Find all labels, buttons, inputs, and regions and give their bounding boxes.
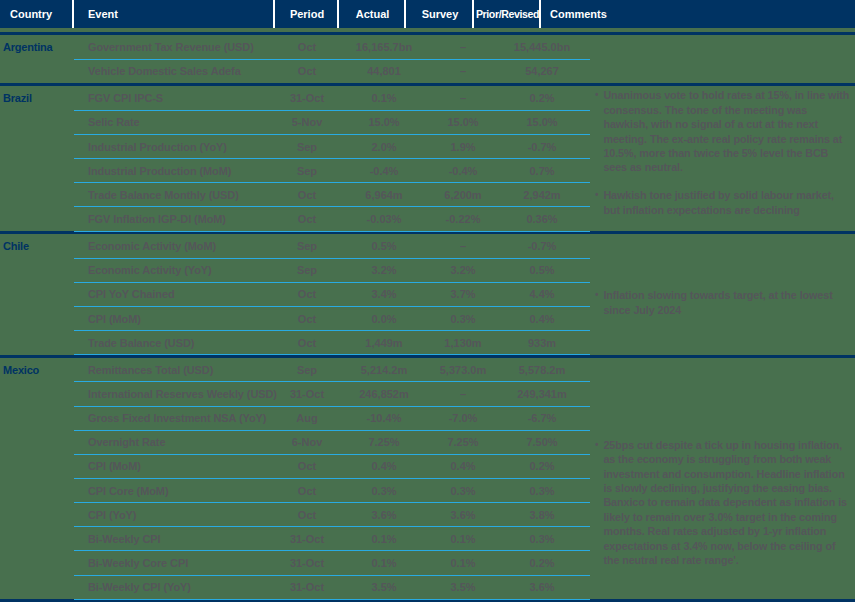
survey-value: – — [429, 41, 497, 53]
actual-value: -0.03% — [339, 213, 429, 225]
event-label: Bi-Weekly CPI — [74, 533, 275, 545]
actual-value: 0.3% — [339, 485, 429, 497]
prior-revised-value: 249,341m — [497, 388, 587, 400]
survey-value: 0.3% — [429, 485, 497, 497]
period-value: Oct — [275, 65, 339, 77]
country-label: Brazil — [0, 92, 74, 104]
prior-revised-value: 0.3% — [497, 533, 587, 545]
prior-revised-value: 5,578.2m — [497, 364, 587, 376]
event-label: Selic Rate — [74, 116, 275, 128]
actual-value: 0.1% — [339, 92, 429, 104]
event-label: Economic Activity (YoY) — [74, 264, 275, 276]
period-value: Oct — [275, 189, 339, 201]
survey-value: – — [429, 388, 497, 400]
comment-item: •Hawkish tone justified by solid labour … — [595, 188, 851, 217]
section-brazil: BrazilFGV CPI IPC-S31-Oct0.1%–0.2%Selic … — [0, 86, 855, 234]
actual-value: 1,449m — [339, 337, 429, 349]
bullet-icon: • — [595, 288, 598, 302]
table-row: MexicoRemittances Total (USD)Sep5,214.2m… — [0, 358, 855, 382]
table-header-row: Country Event Period Actual Survey Prior… — [0, 0, 855, 28]
comment-text: 25bps cut despite a tick up in housing i… — [603, 438, 851, 568]
comment-item: •Unanimous vote to hold rates at 15%, in… — [595, 88, 851, 174]
section-mexico: MexicoRemittances Total (USD)Sep5,214.2m… — [0, 358, 855, 602]
actual-value: 0.1% — [339, 533, 429, 545]
column-header-prior-revised: Prior/Revised — [474, 0, 541, 28]
table-body: ArgentinaGovernment Tax Revenue (USD)Oct… — [0, 32, 855, 602]
actual-value: 0.4% — [339, 460, 429, 472]
actual-value: 5,214.2m — [339, 364, 429, 376]
event-label: CPI (MoM) — [74, 460, 275, 472]
column-header-survey: Survey — [406, 0, 474, 28]
survey-value: – — [429, 92, 497, 104]
country-label: Argentina — [0, 41, 74, 53]
survey-value: – — [429, 65, 497, 77]
event-label: Industrial Production (YoY) — [74, 141, 275, 153]
event-label: Bi-Weekly Core CPI — [74, 557, 275, 569]
column-header-event: Event — [74, 0, 275, 28]
event-label: Trade Balance Monthly (USD) — [74, 189, 275, 201]
period-value: 31-Oct — [275, 533, 339, 545]
survey-value: 1,130m — [429, 337, 497, 349]
table-row: ChileEconomic Activity (MoM)Sep0.5%–-0.7… — [0, 234, 855, 258]
column-header-country: Country — [0, 0, 74, 28]
prior-revised-value: 3.8% — [497, 509, 587, 521]
period-value: 6-Nov — [275, 436, 339, 448]
column-header-comments: Comments — [541, 0, 855, 28]
period-value: Sep — [275, 264, 339, 276]
actual-value: 3.6% — [339, 509, 429, 521]
period-value: Oct — [275, 509, 339, 521]
prior-revised-value: 54,267 — [497, 65, 587, 77]
survey-value: 1.9% — [429, 141, 497, 153]
survey-value: -0.22% — [429, 213, 497, 225]
period-value: Oct — [275, 213, 339, 225]
survey-value: 3.2% — [429, 264, 497, 276]
survey-value: 5,373.0m — [429, 364, 497, 376]
survey-value: 0.1% — [429, 557, 497, 569]
table-row: Vehicle Domestic Sales AdefaOct44,801–54… — [0, 59, 855, 83]
survey-value: -7.0% — [429, 412, 497, 424]
survey-value: 3.5% — [429, 581, 497, 593]
section-argentina: ArgentinaGovernment Tax Revenue (USD)Oct… — [0, 35, 855, 86]
period-value: 31-Oct — [275, 557, 339, 569]
survey-value: – — [429, 240, 497, 252]
period-value: Sep — [275, 364, 339, 376]
event-label: CPI YoY Chained — [74, 288, 275, 300]
table-row: ArgentinaGovernment Tax Revenue (USD)Oct… — [0, 35, 855, 59]
survey-value: -0.4% — [429, 165, 497, 177]
period-value: Oct — [275, 41, 339, 53]
event-label: Bi-Weekly CPI (YoY) — [74, 581, 275, 593]
period-value: Oct — [275, 485, 339, 497]
period-value: 31-Oct — [275, 388, 339, 400]
period-value: 31-Oct — [275, 581, 339, 593]
event-label: Overnight Rate — [74, 436, 275, 448]
actual-value: 15.0% — [339, 116, 429, 128]
event-label: Gross Fixed Investment NSA (YoY) — [74, 412, 275, 424]
period-value: Oct — [275, 288, 339, 300]
comment-text: Inflation slowing towards target, at the… — [603, 288, 851, 317]
survey-value: 7.25% — [429, 436, 497, 448]
bullet-icon: • — [595, 188, 598, 202]
actual-value: 3.4% — [339, 288, 429, 300]
period-value: Sep — [275, 141, 339, 153]
actual-value: 246,852m — [339, 388, 429, 400]
bullet-icon: • — [595, 88, 598, 102]
prior-revised-value: 0.2% — [497, 92, 587, 104]
prior-revised-value: 3.6% — [497, 581, 587, 593]
column-header-actual: Actual — [339, 0, 406, 28]
event-label: FGV CPI IPC-S — [74, 92, 275, 104]
prior-revised-value: 0.2% — [497, 557, 587, 569]
country-label: Chile — [0, 240, 74, 252]
column-header-period: Period — [275, 0, 339, 28]
survey-value: 3.7% — [429, 288, 497, 300]
prior-revised-value: 0.36% — [497, 213, 587, 225]
actual-value: 3.2% — [339, 264, 429, 276]
event-label: Vehicle Domestic Sales Adefa — [74, 65, 275, 77]
event-label: CPI Core (MoM) — [74, 485, 275, 497]
comment-text: Hawkish tone justified by solid labour m… — [603, 188, 851, 217]
prior-revised-value: 0.7% — [497, 165, 587, 177]
event-label: Industrial Production (MoM) — [74, 165, 275, 177]
prior-revised-value: 0.4% — [497, 313, 587, 325]
prior-revised-value: 7.50% — [497, 436, 587, 448]
period-value: 5-Nov — [275, 116, 339, 128]
period-value: Sep — [275, 240, 339, 252]
